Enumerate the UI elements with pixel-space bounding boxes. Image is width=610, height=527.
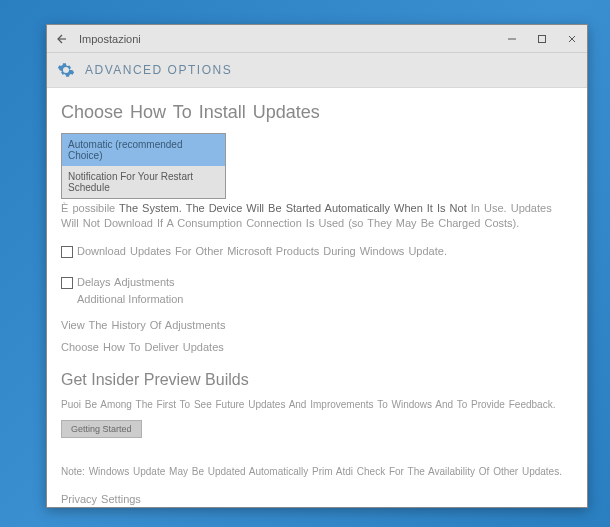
link-delivery[interactable]: Choose How To Deliver Updates (61, 341, 573, 353)
checkbox-other-products-row[interactable]: Download Updates For Other Microsoft Pro… (61, 245, 573, 258)
section-install-title: Choose How To Install Updates (61, 102, 573, 123)
page-title: ADVANCED OPTIONS (85, 63, 232, 77)
page-header: ADVANCED OPTIONS (47, 53, 587, 88)
back-arrow-icon (55, 33, 67, 45)
section-insider-title: Get Insider Preview Builds (61, 371, 573, 389)
link-history[interactable]: View The History Of Adjustments (61, 319, 573, 331)
back-button[interactable] (47, 25, 75, 53)
svg-rect-0 (539, 36, 546, 43)
minimize-button[interactable] (497, 25, 527, 53)
getting-started-button[interactable]: Getting Started (61, 420, 142, 438)
privacy-link[interactable]: Privacy Settings (61, 493, 573, 505)
window-controls (497, 25, 587, 52)
content-area: Choose How To Install Updates Automatic … (47, 88, 587, 507)
checkbox-delays-row[interactable]: Delays Adjustments (61, 276, 573, 289)
update-note: Note: Windows Update May Be Updated Auto… (61, 466, 573, 477)
maximize-button[interactable] (527, 25, 557, 53)
desc-prefix: È possibile (61, 202, 115, 214)
gear-icon (57, 61, 75, 79)
dropdown-option-notification[interactable]: Notification For Your Restart Schedule (62, 166, 225, 198)
desc-line1: The System. The Device Will Be Started A… (119, 202, 467, 214)
install-mode-dropdown[interactable]: Automatic (recommended Choice) Notificat… (61, 133, 226, 199)
checkbox-other-products[interactable] (61, 246, 73, 258)
close-icon (567, 34, 577, 44)
delays-sublabel[interactable]: Additional Information (77, 293, 573, 305)
maximize-icon (537, 34, 547, 44)
window-title: Impostazioni (75, 33, 497, 45)
titlebar: Impostazioni (47, 25, 587, 53)
dropdown-option-automatic[interactable]: Automatic (recommended Choice) (62, 134, 225, 166)
close-button[interactable] (557, 25, 587, 53)
install-description: È possibile The System. The Device Will … (61, 201, 573, 231)
settings-window: Impostazioni ADVANCED OPTIONS Choose How… (46, 24, 588, 508)
insider-description: Puoi Be Among The First To See Future Up… (61, 399, 573, 410)
checkbox-delays[interactable] (61, 277, 73, 289)
checkbox-other-products-label: Download Updates For Other Microsoft Pro… (77, 245, 447, 257)
minimize-icon (507, 34, 517, 44)
checkbox-delays-label: Delays Adjustments (77, 276, 175, 288)
